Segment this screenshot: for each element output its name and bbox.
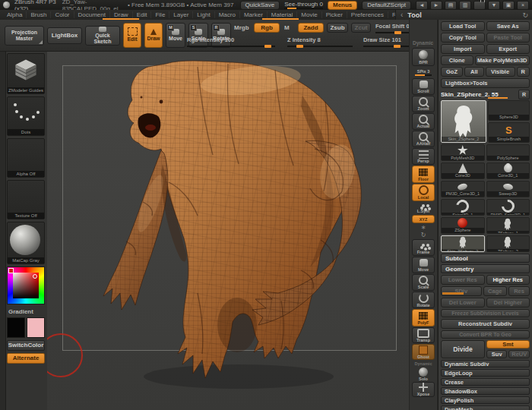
menu-item-material[interactable]: Material: [268, 11, 297, 18]
menus-button[interactable]: Menus: [328, 1, 357, 10]
minimize-icon[interactable]: ▼: [488, 1, 500, 10]
geometry-section-header[interactable]: Geometry: [441, 264, 530, 273]
lsym-button[interactable]: L.Sym: [412, 202, 435, 214]
gradient-label[interactable]: Gradient: [7, 307, 45, 315]
solo-button[interactable]: Solo: [412, 367, 435, 381]
goz-visible-button[interactable]: Visible: [486, 67, 515, 77]
alternate-button[interactable]: Alternate: [7, 353, 45, 364]
tray-collapse-icon[interactable]: ‹: [396, 11, 407, 19]
zadd-toggle[interactable]: Zadd: [298, 23, 324, 33]
make-polymesh3d-button[interactable]: Make PolyMesh3D: [475, 55, 530, 65]
del-higher-button[interactable]: Del Higher: [486, 298, 530, 308]
save-as-button[interactable]: Save As: [486, 21, 530, 31]
freeze-subdivision-button[interactable]: Freeze SubDivision Levels: [441, 309, 530, 317]
scale-view-button[interactable]: Scale: [412, 274, 435, 291]
spix-handle[interactable]: [415, 74, 425, 76]
rgb-toggle[interactable]: Rgb: [254, 23, 280, 33]
draw-button[interactable]: Draw: [144, 23, 163, 48]
tool-item-polymesh3d[interactable]: PolyMesh3D: [441, 144, 485, 161]
paste-tool-button[interactable]: Paste Tool: [486, 33, 530, 43]
suv-toggle[interactable]: Suv: [486, 350, 508, 358]
bpr-render-button[interactable]: BPR: [412, 48, 435, 66]
z-intensity-slider[interactable]: Z Intensity 8: [287, 36, 353, 47]
smt-toggle[interactable]: Smt: [486, 340, 530, 348]
reuv-button[interactable]: ReUV: [508, 350, 530, 358]
menu-item-layer[interactable]: Layer: [169, 11, 193, 18]
menu-item-color[interactable]: Color: [51, 11, 74, 18]
menu-item-light[interactable]: Light: [193, 11, 214, 18]
scroll-button[interactable]: Scroll: [412, 78, 435, 95]
color-picker[interactable]: [7, 266, 45, 304]
current-texture-thumbnail[interactable]: Texture Off: [7, 180, 45, 219]
active-tool-r-button[interactable]: R: [518, 90, 530, 99]
main-color-swatch[interactable]: [7, 317, 25, 338]
mrgb-toggle[interactable]: Mrgb: [234, 24, 249, 31]
current-stroke-thumbnail[interactable]: Dots: [7, 96, 45, 136]
edit-button[interactable]: Edit: [123, 23, 141, 48]
tray-panel2-icon[interactable]: ▥: [459, 1, 471, 10]
rgb-intensity-handle[interactable]: [264, 45, 271, 48]
reconstruct-subdiv-button[interactable]: Reconstruct Subdiv: [441, 319, 530, 329]
clone-button[interactable]: Clone: [441, 55, 473, 65]
higher-res-button[interactable]: Higher Res: [486, 275, 530, 285]
sculpt-model[interactable]: [47, 52, 409, 410]
current-alpha-thumbnail[interactable]: Alpha Off: [7, 138, 45, 178]
aahalf-button[interactable]: AAHalf: [412, 131, 435, 147]
lightbox-tools-button[interactable]: Lightbox>Tools: [441, 78, 530, 88]
quick-sketch-button[interactable]: Quick Sketch: [85, 26, 120, 46]
menu-item-preferences[interactable]: Preferences: [347, 11, 388, 18]
menu-item-edit[interactable]: Edit: [133, 11, 152, 18]
menu-item-file[interactable]: File: [151, 11, 169, 18]
canvas-viewport[interactable]: [47, 52, 409, 410]
menu-item-macro[interactable]: Macro: [215, 11, 240, 18]
dynamesh-section-header[interactable]: DynaMesh: [441, 405, 530, 410]
close-icon[interactable]: ×: [517, 1, 529, 10]
tool-item-skin-zsphere-2[interactable]: Skin_ZSphere_2: [441, 235, 485, 252]
zoom-button[interactable]: Zoom: [412, 96, 435, 112]
menu-item-picker[interactable]: Picker: [322, 11, 347, 18]
current-material-thumbnail[interactable]: MatCap Gray: [7, 222, 45, 264]
refresh-icon[interactable]: ↻: [518, 11, 532, 19]
rotate-view-button[interactable]: Rotate: [412, 292, 435, 308]
claypolish-section-header[interactable]: ClayPolish: [441, 396, 530, 404]
see-through-slider[interactable]: See-through 0: [284, 1, 323, 9]
selected-tool-thumbnail[interactable]: Skin_ZSphere_2: [441, 100, 486, 143]
menu-item-brush[interactable]: Brush: [27, 11, 51, 18]
shadowbox-section-header[interactable]: ShadowBox: [441, 387, 530, 395]
current-brush-thumbnail[interactable]: ZModeler Guides: [7, 53, 45, 94]
xpose-button[interactable]: Xpose: [412, 382, 435, 397]
m-toggle[interactable]: M: [284, 24, 290, 31]
spix-slider[interactable]: SPix 3: [412, 67, 435, 77]
tool-item-zsphere-2[interactable]: ZSphere_2: [486, 235, 530, 252]
tool-item-sweep3d[interactable]: Sweep3D: [486, 181, 530, 197]
tool-item-simplebrush[interactable]: S SimpleBrush: [488, 122, 530, 143]
local-button[interactable]: Local: [412, 184, 435, 201]
frame-button[interactable]: Frame: [412, 239, 435, 256]
tool-item-cone3d[interactable]: Cone3D: [441, 162, 485, 179]
axis-glyph-icon-2[interactable]: ↻: [412, 232, 435, 238]
load-tool-button[interactable]: Load Tool: [441, 21, 485, 31]
polyframe-button[interactable]: PolyF: [412, 309, 435, 326]
history-back-icon[interactable]: ◄: [416, 1, 428, 10]
move-button[interactable]: M Move: [166, 23, 185, 48]
del-lower-button[interactable]: Del Lower: [441, 298, 485, 308]
tool-item-pm3d-spiral3d-1[interactable]: PM3D_Spiral3D_1: [486, 199, 530, 216]
subtool-section-header[interactable]: Subtool: [441, 254, 530, 263]
tool-item-sphere3d[interactable]: Sphere3D: [488, 100, 530, 121]
quicksave-button[interactable]: QuickSave: [240, 1, 280, 10]
floor-button[interactable]: Floor: [412, 166, 435, 183]
history-forward-icon[interactable]: ►: [430, 1, 442, 10]
goz-button[interactable]: GoZ: [441, 67, 463, 77]
zcut-toggle[interactable]: Zcut: [351, 23, 371, 33]
see-through-handle[interactable]: [287, 8, 296, 9]
z-intensity-handle[interactable]: [296, 45, 303, 48]
convert-bpr-button[interactable]: Convert BPR To Geo: [441, 330, 530, 339]
transp-button[interactable]: Transp: [412, 327, 435, 343]
crease-section-header[interactable]: Crease: [441, 378, 530, 386]
xyz-button[interactable]: XYZ: [412, 215, 435, 223]
lightbox-button[interactable]: LightBox: [47, 27, 82, 44]
move-view-button[interactable]: Move: [412, 257, 435, 273]
cage-button[interactable]: Cage: [483, 286, 508, 296]
tool-item-pm3d-cone3d-1[interactable]: PM3D_Cone3D_1: [441, 181, 485, 197]
dynamic-subdiv-section-header[interactable]: Dynamic Subdiv: [441, 360, 530, 367]
